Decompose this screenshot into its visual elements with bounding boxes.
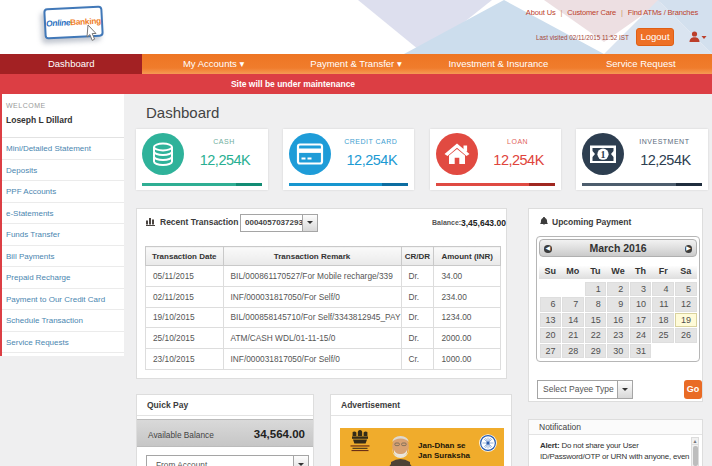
svg-text:1: 1 [601, 149, 606, 160]
